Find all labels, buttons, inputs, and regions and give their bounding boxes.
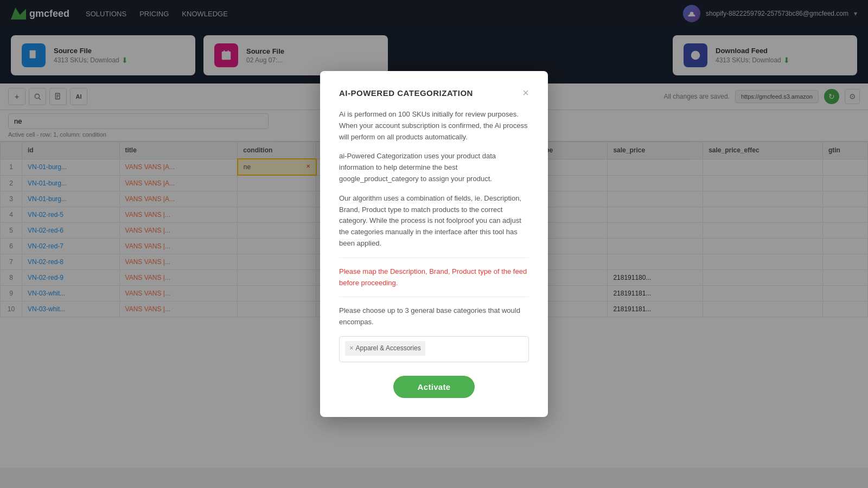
activate-button[interactable]: Activate	[393, 376, 475, 398]
tag-label: Apparel & Accessories	[356, 343, 421, 354]
modal-title: AI-POWERED CATEGORIZATION	[339, 88, 473, 98]
modal-para2: ai-Powered Categorization uses your prod…	[339, 151, 529, 184]
modal-header: AI-POWERED CATEGORIZATION ×	[339, 87, 529, 98]
category-tag-input[interactable]: × Apparel & Accessories	[339, 336, 529, 362]
modal-close-button[interactable]: ×	[522, 87, 529, 98]
modal-divider	[339, 258, 529, 258]
tag-remove-icon[interactable]: ×	[349, 343, 354, 354]
modal-para3: Our algorithm uses a combination of fiel…	[339, 193, 529, 249]
modal-category-label: Please choose up to 3 general base categ…	[339, 305, 529, 328]
modal-body: Ai is performed on 100 SKUs initially fo…	[339, 109, 529, 362]
modal-divider-2	[339, 297, 529, 297]
modal-error-text: Please map the Description, Brand, Produ…	[339, 266, 529, 289]
tag-apparel: × Apparel & Accessories	[345, 341, 425, 356]
modal-overlay[interactable]: AI-POWERED CATEGORIZATION × Ai is perfor…	[0, 0, 868, 468]
modal-para1: Ai is performed on 100 SKUs initially fo…	[339, 109, 529, 143]
modal: AI-POWERED CATEGORIZATION × Ai is perfor…	[320, 71, 548, 417]
